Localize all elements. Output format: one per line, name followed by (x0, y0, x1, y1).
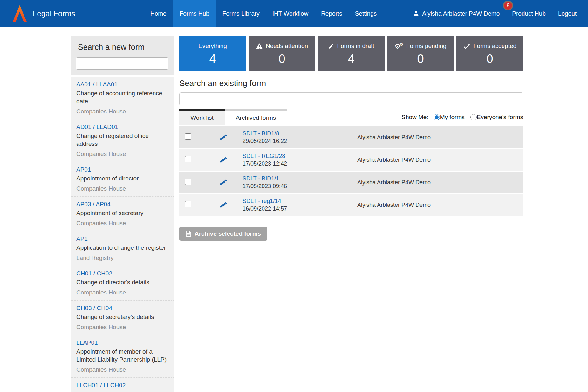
form-description: Change of member's details (76, 390, 168, 392)
card-count: 4 (209, 52, 216, 66)
form-code-link[interactable]: AP1 (76, 235, 88, 242)
list-item: AA01 / LLAA01 Change of accounting refer… (71, 77, 174, 119)
form-description: Change of secretary's details (76, 313, 168, 321)
form-description: Appointment of member of a Limited Liabi… (76, 348, 168, 363)
row-checkbox[interactable] (185, 179, 191, 185)
new-form-list: AA01 / LLAA01 Change of accounting refer… (71, 77, 174, 392)
form-agency: Companies House (76, 108, 168, 115)
list-item: CH01 / CH02 Change of director's details… (71, 266, 174, 300)
card-count: 0 (278, 52, 285, 66)
nav-item-iht-workflow[interactable]: IHT Workflow (266, 0, 315, 27)
card-label: Forms accepted (473, 43, 516, 50)
edit-pencil-icon (212, 133, 235, 141)
form-code-link[interactable]: AA01 / LLAA01 (76, 81, 118, 88)
new-form-search-input[interactable] (76, 57, 168, 70)
form-timestamp: 17/05/2023 09:46 (243, 183, 357, 190)
sidebar-title: Search a new form (78, 43, 168, 52)
form-link[interactable]: SDLT - REG1/28 (243, 153, 285, 159)
card-label: Everything (198, 43, 227, 50)
row-checkbox[interactable] (185, 201, 191, 207)
form-description: Change of director's details (76, 278, 168, 286)
card-count: 0 (417, 52, 424, 66)
sidebar-header: Search a new form (71, 36, 174, 75)
form-code-link[interactable]: LLCH01 / LLCH02 (76, 382, 126, 389)
nav-item-forms-library[interactable]: Forms Library (216, 0, 266, 27)
form-description: Appointment of director (76, 174, 168, 182)
form-agency: Companies House (76, 185, 168, 192)
form-description: Change of registered office address (76, 132, 168, 148)
show-me-label: Show Me: (401, 114, 428, 121)
radio-my-forms[interactable]: My forms (434, 114, 465, 121)
filter-card-needs-attention[interactable]: Needs attention 0 (249, 36, 315, 71)
form-link[interactable]: SDLT - BID1/8 (243, 130, 279, 137)
archive-selected-forms-button[interactable]: Archive selected forms (179, 227, 267, 241)
table-row: SDLT - BID1/8 29/05/2024 16:22 Alyisha A… (179, 126, 523, 149)
form-agency: Land Registry (76, 254, 168, 261)
form-code-link[interactable]: AP03 / AP04 (76, 201, 111, 208)
brand[interactable]: Legal Forms (11, 0, 75, 27)
form-agency: Companies House (76, 323, 168, 331)
filter-card-forms-pending[interactable]: ⚙⚙ Forms pending 0 (387, 36, 454, 71)
existing-form-search-input[interactable] (179, 92, 523, 105)
form-code-link[interactable]: CH03 / CH04 (76, 305, 112, 312)
nav-menu: Home Forms Hub Forms Library IHT Workflo… (144, 0, 383, 27)
list-item: LLAP01 Appointment of member of a Limite… (71, 335, 174, 377)
edit-pencil-icon (212, 201, 235, 209)
form-code-link[interactable]: AD01 / LLAD01 (76, 124, 118, 131)
main-content: Everything 4 Needs attention 0 Forms in … (179, 36, 523, 241)
form-description: Appointment of secretary (76, 209, 168, 217)
form-agency: Companies House (76, 289, 168, 296)
form-link[interactable]: SDLT - reg1/14 (243, 198, 281, 205)
nav-item-forms-hub[interactable]: Forms Hub (173, 0, 216, 27)
tab-archived-forms[interactable]: Archived forms (225, 109, 287, 125)
brand-name: Legal Forms (33, 9, 75, 18)
form-timestamp: 16/09/2022 14:57 (243, 206, 357, 212)
list-item: AP01 Appointment of director Companies H… (71, 162, 174, 196)
card-label: Needs attention (266, 43, 308, 50)
form-owner: Alyisha Arblaster P4W Demo (357, 134, 523, 141)
filter-card-everything[interactable]: Everything 4 (179, 36, 246, 71)
tab-work-list[interactable]: Work list (179, 109, 225, 125)
card-label: Forms in draft (337, 43, 374, 50)
table-row: SDLT - REG1/28 17/05/2023 12:42 Alyisha … (179, 149, 523, 172)
list-item: AD01 / LLAD01 Change of registered offic… (71, 119, 174, 162)
table-row: SDLT - reg1/14 16/09/2022 14:57 Alyisha … (179, 194, 523, 217)
nav-item-logout[interactable]: Logout (558, 10, 577, 17)
row-checkbox[interactable] (185, 133, 191, 140)
edit-pencil-icon (212, 178, 235, 186)
table-row: SDLT - BID1/1 17/05/2023 09:46 Alyisha A… (179, 172, 523, 194)
archive-icon (186, 231, 191, 237)
warning-icon (256, 43, 263, 49)
list-item: CH03 / CH04 Change of secretary's detail… (71, 300, 174, 335)
radio-everyones-forms[interactable]: Everyone's forms (470, 114, 523, 121)
user-name: Alyisha Arblaster P4W Demo (422, 10, 500, 17)
radio-my-forms-input[interactable] (434, 114, 440, 120)
form-code-link[interactable]: LLAP01 (76, 339, 98, 346)
nav-item-product-hub[interactable]: Product Hub (512, 10, 546, 17)
list-item: AP1 Application to change the register L… (71, 231, 174, 266)
existing-form-heading: Search an existing form (179, 78, 523, 89)
user-menu[interactable]: Alyisha Arblaster P4W Demo 8 (413, 0, 500, 27)
nav-item-home[interactable]: Home (144, 0, 173, 27)
form-link[interactable]: SDLT - BID1/1 (243, 175, 279, 182)
radio-everyones-forms-input[interactable] (470, 114, 477, 120)
row-checkbox[interactable] (185, 156, 191, 162)
form-timestamp: 29/05/2024 16:22 (243, 138, 357, 145)
card-label: Forms pending (406, 43, 447, 50)
nav-item-reports[interactable]: Reports (315, 0, 349, 27)
form-code-link[interactable]: CH01 / CH02 (76, 270, 112, 277)
list-item: LLCH01 / LLCH02 Change of member's detai… (71, 377, 174, 392)
form-owner: Alyisha Arblaster P4W Demo (357, 157, 523, 163)
show-me-group: Show Me: My forms Everyone's forms (401, 114, 523, 121)
filter-card-forms-in-draft[interactable]: Forms in draft 4 (318, 36, 385, 71)
form-owner: Alyisha Arblaster P4W Demo (357, 202, 523, 208)
card-count: 0 (486, 52, 493, 66)
filter-card-forms-accepted[interactable]: Forms accepted 0 (456, 36, 523, 71)
form-code-link[interactable]: AP01 (76, 166, 91, 173)
form-description: Application to change the register (76, 244, 168, 252)
edit-pencil-icon (212, 156, 235, 164)
notification-badge[interactable]: 8 (503, 1, 513, 10)
status-cards: Everything 4 Needs attention 0 Forms in … (179, 36, 523, 71)
user-icon (413, 10, 419, 17)
nav-item-settings[interactable]: Settings (349, 0, 383, 27)
